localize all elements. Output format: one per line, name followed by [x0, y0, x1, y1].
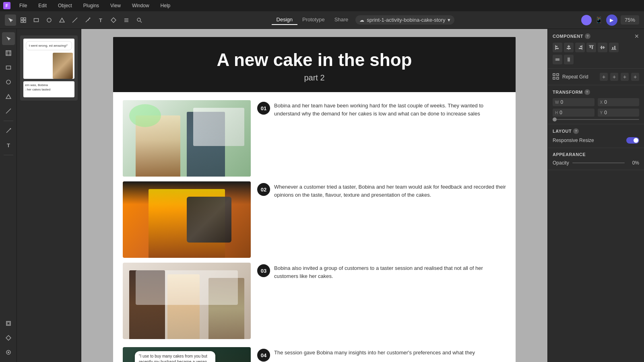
component-tool[interactable] — [108, 14, 119, 26]
tab-design[interactable]: Design — [272, 15, 297, 25]
circle-tool[interactable] — [43, 14, 55, 26]
assets-left-btn[interactable] — [2, 331, 15, 344]
opacity-slider-track[interactable] — [572, 162, 625, 163]
y-label: Y — [600, 111, 603, 115]
opacity-value: 0% — [628, 160, 639, 166]
align-row-1 — [553, 43, 639, 52]
svg-rect-14 — [124, 20, 128, 21]
toggle-knob — [634, 138, 638, 143]
svg-rect-6 — [34, 19, 39, 22]
repeat-grid-section: Repeat Grid + + + + — [548, 69, 644, 85]
add-repeat-grid-btn[interactable]: + — [600, 73, 608, 81]
svg-point-16 — [137, 18, 140, 21]
responsive-toggle[interactable] — [626, 137, 639, 144]
x-label: X — [600, 100, 603, 105]
transform-row-2: H 0 Y 0 — [553, 109, 639, 117]
plugins-left-btn[interactable] — [2, 346, 15, 359]
tab-share[interactable]: Share — [330, 15, 353, 25]
story-text-3: 03 Bobina also invited a group of custom… — [257, 263, 506, 339]
step-text-3: Bobina also invited a group of customers… — [274, 264, 506, 280]
text-tool[interactable]: T — [95, 14, 106, 26]
tab-prototype[interactable]: Prototype — [297, 15, 330, 25]
svg-rect-65 — [557, 77, 559, 79]
svg-rect-62 — [553, 74, 555, 76]
zoom-level[interactable]: 75% — [621, 15, 639, 25]
svg-rect-64 — [553, 77, 555, 79]
add-repeat-grid-btn-3[interactable]: + — [621, 73, 629, 81]
prev-slide-caption: em was, Bobina : her cakes tasted — [25, 83, 73, 92]
menu-plugins[interactable]: Plugins — [81, 2, 101, 9]
step-text-1: Bobina and her team have been working ha… — [274, 102, 506, 117]
story-text-2: 02 Whenever a customer tried a taster, B… — [257, 181, 506, 258]
project-name-display[interactable]: ☁ sprint-1-activity-bobina-cake-story ▾ — [355, 15, 454, 25]
svg-rect-18 — [6, 51, 11, 56]
line-left-tool[interactable] — [2, 105, 15, 117]
align-row-2 — [553, 55, 639, 64]
component-info-icon[interactable]: ? — [585, 33, 590, 39]
add-repeat-grid-btn-4[interactable]: + — [631, 73, 639, 81]
layout-info-icon[interactable]: ? — [573, 128, 579, 134]
distribute-h-btn[interactable] — [553, 55, 562, 64]
svg-marker-25 — [6, 95, 11, 99]
svg-marker-8 — [60, 18, 64, 22]
line-tool[interactable] — [69, 14, 80, 26]
story-image-4: "I use to buy many cakes from you but re… — [123, 347, 251, 362]
align-middle-v-btn[interactable] — [598, 43, 607, 52]
prev-slide-speech: t went wrong. ed amazing!" — [29, 43, 69, 48]
layout-header: LAYOUT ? — [553, 128, 639, 134]
step-text-4: The session gave Bobina many insights in… — [274, 349, 475, 357]
x-field[interactable]: X 0 — [598, 98, 640, 106]
menu-view[interactable]: View — [108, 2, 123, 9]
circle-left-tool[interactable] — [2, 76, 15, 88]
transform-slider-track[interactable] — [553, 119, 639, 120]
triangle-left-tool[interactable] — [2, 90, 15, 103]
frame-tool[interactable] — [18, 14, 29, 26]
text-left-tool[interactable]: T — [2, 139, 15, 152]
menu-file[interactable]: File — [17, 2, 29, 9]
rect-left-tool[interactable] — [2, 61, 15, 74]
story-subtitle: part 2 — [123, 73, 506, 82]
menu-window[interactable]: Window — [130, 2, 152, 9]
layers-tool[interactable] — [121, 14, 132, 26]
width-field[interactable]: W 0 — [553, 98, 594, 106]
layers-left-panel-btn[interactable] — [2, 317, 15, 330]
pen-tool[interactable] — [82, 14, 93, 26]
transform-section: TRANSFORM ? W 0 X 0 H 0 — [548, 85, 644, 124]
align-center-h-btn[interactable] — [564, 43, 574, 52]
transform-info-icon[interactable]: ? — [584, 89, 590, 95]
story-header: A new cake in the shop part 2 — [113, 37, 516, 92]
frame-left-tool[interactable] — [2, 47, 15, 60]
canvas-area[interactable]: A new cake in the shop part 2 — [81, 29, 547, 362]
rectangle-tool[interactable] — [31, 14, 42, 26]
pen-left-tool[interactable] — [2, 124, 15, 137]
svg-marker-12 — [111, 18, 116, 23]
y-field[interactable]: Y 0 — [598, 109, 640, 117]
align-left-btn[interactable] — [553, 43, 562, 52]
opacity-row: Opacity 0% — [553, 160, 639, 166]
component-close-icon[interactable]: ✕ — [634, 33, 639, 39]
triangle-tool[interactable] — [56, 14, 68, 26]
story-text-4: 04 The session gave Bobina many insights… — [257, 347, 506, 362]
align-right-btn[interactable] — [575, 43, 585, 52]
story-title: A new cake in the shop — [123, 50, 506, 70]
appearance-header: APPEARANCE — [553, 152, 639, 157]
select-left-tool[interactable] — [2, 32, 15, 45]
align-top-btn[interactable] — [586, 43, 596, 52]
svg-rect-13 — [124, 19, 128, 19]
menu-edit[interactable]: Edit — [36, 2, 49, 9]
align-bottom-btn[interactable] — [609, 43, 619, 52]
height-field[interactable]: H 0 — [553, 109, 594, 117]
step-number-1: 01 — [257, 102, 270, 115]
play-button[interactable]: ▶ — [606, 14, 617, 26]
layout-title: LAYOUT ? — [553, 128, 579, 134]
distribute-v-btn[interactable] — [564, 55, 574, 64]
svg-line-17 — [140, 21, 142, 23]
transform-slider-thumb[interactable] — [553, 117, 557, 121]
menu-object[interactable]: Object — [56, 2, 74, 9]
select-tool[interactable] — [5, 14, 16, 26]
svg-line-9 — [72, 18, 77, 23]
zoom-tool[interactable] — [134, 14, 145, 26]
add-repeat-grid-btn-2[interactable]: + — [610, 73, 618, 81]
device-icon[interactable]: 📱 — [595, 16, 603, 24]
menu-help[interactable]: Help — [158, 2, 173, 9]
